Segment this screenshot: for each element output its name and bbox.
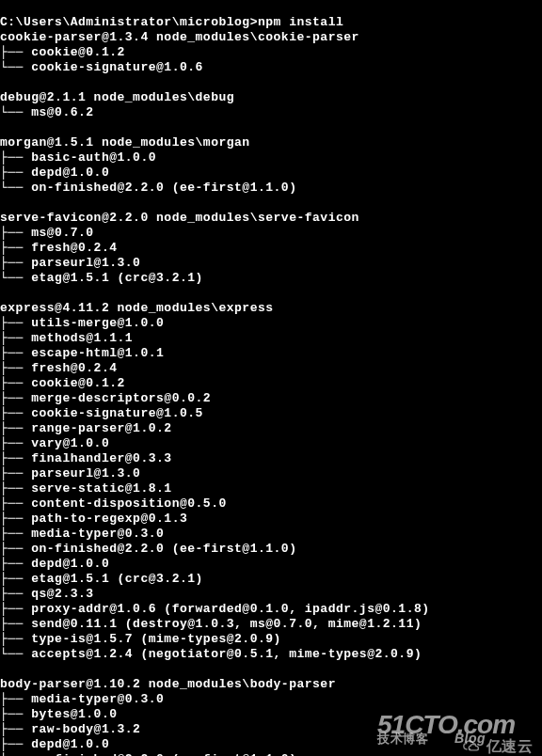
dependency-item: ├── basic-auth@1.0.0	[0, 150, 542, 165]
dependency-item: ├── raw-body@1.3.2	[0, 722, 542, 737]
package-header: cookie-parser@1.3.4 node_modules\cookie-…	[0, 30, 542, 45]
dependency-item: ├── merge-descriptors@0.0.2	[0, 391, 542, 406]
dependency-item: ├── depd@1.0.0	[0, 165, 542, 181]
blank-line	[0, 75, 542, 90]
dependency-item: ├── proxy-addr@1.0.6 (forwarded@0.1.0, i…	[0, 602, 542, 617]
blank-line	[0, 286, 542, 301]
dependency-item: ├── parseurl@1.3.0	[0, 466, 542, 481]
dependency-item: ├── cookie-signature@1.0.5	[0, 406, 542, 421]
dependency-item: ├── serve-static@1.8.1	[0, 481, 542, 496]
dependency-item: ├── escape-html@1.0.1	[0, 346, 542, 361]
dependency-item: ├── depd@1.0.0	[0, 557, 542, 572]
dependency-item: ├── cookie@0.1.2	[0, 376, 542, 391]
package-header: morgan@1.5.1 node_modules\morgan	[0, 135, 542, 150]
dependency-item: ├── content-disposition@0.5.0	[0, 496, 542, 512]
dependency-item: ├── ms@0.7.0	[0, 226, 542, 241]
dependency-item: ├── etag@1.5.1 (crc@3.2.1)	[0, 572, 542, 587]
package-header: express@4.11.2 node_modules\express	[0, 301, 542, 316]
package-header: serve-favicon@2.2.0 node_modules\serve-f…	[0, 211, 542, 226]
dependency-item: ├── on-finished@2.2.0 (ee-first@1.1.0)	[0, 542, 542, 557]
dependency-item: ├── media-typer@0.3.0	[0, 692, 542, 707]
blank-line	[0, 662, 542, 677]
dependency-item: ├── bytes@1.0.0	[0, 707, 542, 722]
package-header: debug@2.1.1 node_modules\debug	[0, 90, 542, 105]
dependency-item: └── etag@1.5.1 (crc@3.2.1)	[0, 271, 542, 286]
command-prompt: C:\Users\Administrator\microblog>npm ins…	[0, 15, 542, 30]
dependency-item: ├── send@0.11.1 (destroy@1.0.3, ms@0.7.0…	[0, 617, 542, 632]
dependency-item: ├── qs@2.3.3	[0, 587, 542, 602]
blank-line	[0, 120, 542, 135]
dependency-item: ├── range-parser@1.0.2	[0, 421, 542, 436]
dependency-tree: cookie-parser@1.3.4 node_modules\cookie-…	[0, 30, 542, 756]
dependency-item: └── on-finished@2.2.0 (ee-first@1.1.0)	[0, 181, 542, 196]
cloud-icon	[462, 739, 483, 754]
terminal-output: C:\Users\Administrator\microblog>npm ins…	[0, 0, 542, 756]
dependency-item: ├── vary@1.0.0	[0, 436, 542, 451]
dependency-item: ├── media-typer@0.3.0	[0, 527, 542, 542]
dependency-item: └── accepts@1.2.4 (negotiator@0.5.1, mim…	[0, 647, 542, 662]
dependency-item: ├── fresh@0.2.4	[0, 241, 542, 256]
dependency-item: ├── methods@1.1.1	[0, 331, 542, 346]
dependency-item: ├── parseurl@1.3.0	[0, 256, 542, 271]
package-header: body-parser@1.10.2 node_modules\body-par…	[0, 677, 542, 692]
dependency-item: └── cookie-signature@1.0.6	[0, 60, 542, 75]
dependency-item: ├── finalhandler@0.3.3	[0, 451, 542, 466]
watermark-yisuyun: 亿速云	[462, 739, 534, 754]
dependency-item: ├── cookie@0.1.2	[0, 45, 542, 60]
dependency-item: ├── path-to-regexp@0.1.3	[0, 512, 542, 527]
dependency-item: ├── utils-merge@1.0.0	[0, 316, 542, 331]
dependency-item: └── ms@0.6.2	[0, 105, 542, 120]
dependency-item: ├── fresh@0.2.4	[0, 361, 542, 376]
dependency-item: ├── type-is@1.5.7 (mime-types@2.0.9)	[0, 632, 542, 647]
blank-line	[0, 196, 542, 211]
